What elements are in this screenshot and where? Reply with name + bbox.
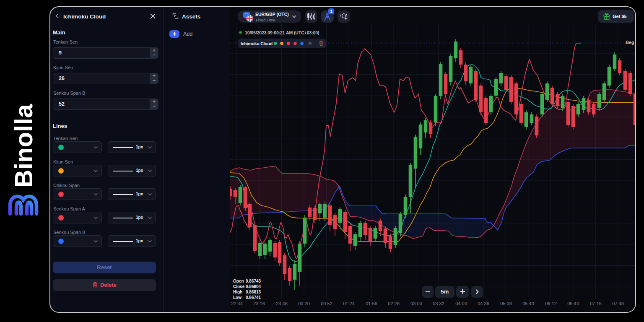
svg-text:Beg: Beg bbox=[626, 40, 634, 45]
